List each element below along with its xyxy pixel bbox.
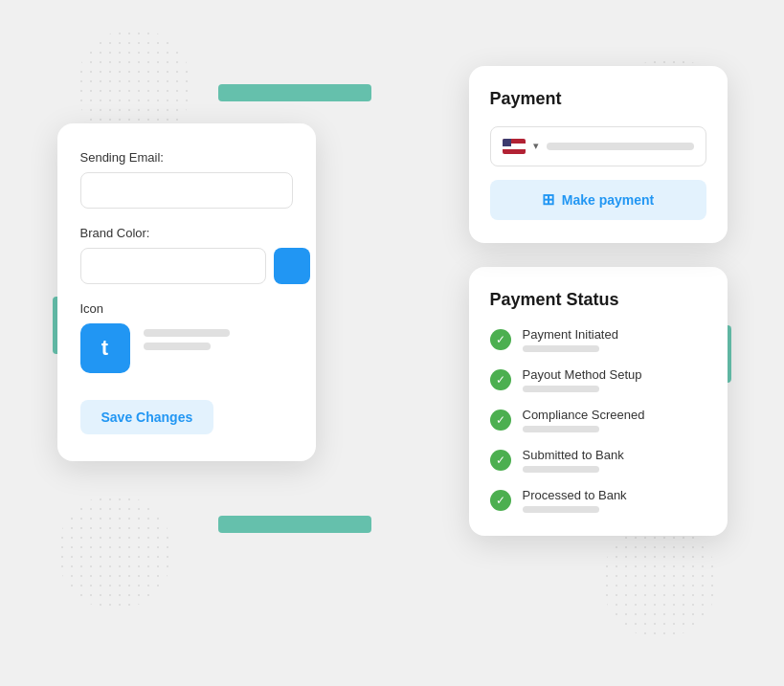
cards-container: Sending Email: Brand Color: Icon t Save … [57, 66, 728, 621]
icon-preview: t [80, 323, 130, 373]
status-text-1: Payout Method Setup [523, 367, 642, 382]
brand-color-label: Brand Color: [80, 226, 293, 240]
status-item-4: ✓ Processed to Bank [490, 488, 706, 513]
make-payment-label: Make payment [562, 192, 654, 208]
status-content-2: Compliance Screened [523, 408, 645, 432]
status-content-0: Payment Initiated [523, 327, 618, 352]
icon-line-2 [144, 343, 211, 350]
flag-blue [503, 139, 512, 147]
check-icon-3: ✓ [490, 450, 511, 471]
status-content-3: Submitted to Bank [523, 448, 624, 473]
status-content-1: Payout Method Setup [523, 367, 642, 392]
status-text-0: Payment Initiated [523, 327, 618, 342]
status-card: Payment Status ✓ Payment Initiated ✓ Pay… [469, 267, 728, 536]
icon-label: Icon [80, 301, 293, 316]
icon-section: t [80, 323, 293, 373]
payment-button-icon: ⊞ [542, 190, 554, 209]
color-swatch[interactable] [274, 248, 310, 284]
check-icon-1: ✓ [490, 369, 511, 390]
status-sub-line-4 [523, 506, 599, 513]
status-sub-line-3 [523, 466, 599, 473]
brand-color-row [80, 248, 293, 284]
status-item-1: ✓ Payout Method Setup [490, 367, 706, 392]
status-card-title: Payment Status [490, 290, 706, 310]
flag-inner [503, 139, 526, 154]
save-changes-button[interactable]: Save Changes [80, 400, 214, 434]
chevron-down-icon[interactable]: ▾ [533, 140, 539, 152]
status-item-3: ✓ Submitted to Bank [490, 448, 706, 473]
check-icon-4: ✓ [490, 490, 511, 511]
check-icon-2: ✓ [490, 409, 511, 431]
status-sub-line-0 [523, 345, 599, 352]
status-text-4: Processed to Bank [523, 488, 627, 502]
check-icon-0: ✓ [490, 329, 511, 350]
status-text-3: Submitted to Bank [523, 448, 624, 462]
icon-letter: t [101, 336, 108, 361]
payment-card: Payment ▾ ⊞ Make payment [469, 66, 728, 243]
payment-input-row[interactable]: ▾ [490, 126, 706, 166]
payment-card-title: Payment [490, 89, 706, 109]
status-item-0: ✓ Payment Initiated [490, 327, 706, 352]
icon-line-1 [144, 329, 230, 337]
status-item-2: ✓ Compliance Screened [490, 408, 706, 432]
icon-placeholder-lines [144, 323, 230, 350]
flag-icon [503, 139, 526, 154]
make-payment-button[interactable]: ⊞ Make payment [490, 180, 706, 220]
status-sub-line-1 [523, 386, 599, 392]
payment-input-placeholder [547, 143, 694, 150]
sending-email-input[interactable] [80, 172, 293, 209]
status-text-2: Compliance Screened [523, 408, 645, 422]
settings-card: Sending Email: Brand Color: Icon t Save … [57, 123, 316, 461]
status-content-4: Processed to Bank [523, 488, 627, 513]
sending-email-label: Sending Email: [80, 150, 293, 165]
status-sub-line-2 [523, 426, 599, 432]
brand-color-input[interactable] [80, 248, 266, 284]
